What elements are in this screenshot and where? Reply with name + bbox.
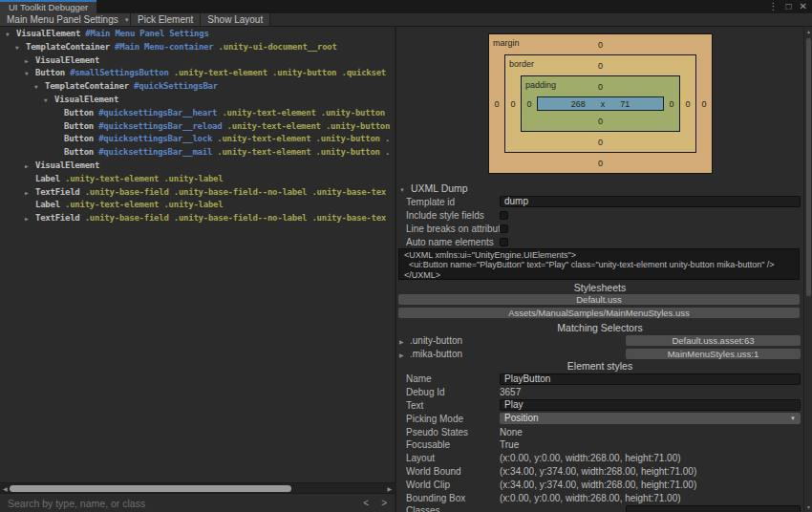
element-type-label: TemplateContainer xyxy=(26,42,110,52)
picking-mode-dropdown[interactable]: Position▼ xyxy=(500,413,801,424)
field-label: Line breaks on attributes xyxy=(406,224,500,234)
style-label: Bounding Box xyxy=(406,493,500,503)
checkbox[interactable] xyxy=(500,238,508,246)
padding-label: padding xyxy=(525,80,556,90)
tree-row[interactable]: ▼TemplateContainer #Main Menu-container … xyxy=(0,41,395,54)
foldout-open-icon[interactable]: ▼ xyxy=(399,187,411,193)
selector-name: .mika-button xyxy=(410,349,462,359)
checkbox[interactable] xyxy=(500,211,508,220)
search-nav: < > xyxy=(363,494,387,512)
matching-selector-row: ▶.unity-buttonDefault.uss.asset:63 xyxy=(396,334,803,348)
show-layout-button[interactable]: Show Layout xyxy=(201,13,270,26)
foldout-open-icon[interactable]: ▼ xyxy=(44,94,54,107)
tree-row[interactable]: ▶VisualElement xyxy=(0,54,395,68)
element-type-label: VisualElement xyxy=(35,160,99,170)
stylesheet-button[interactable]: Default.uss xyxy=(398,294,800,305)
uxml-field-row: Template iddump xyxy=(396,195,801,208)
tree-row[interactable]: ▼VisualElement #Main Menu Panel Settings xyxy=(0,28,395,41)
scrollbar-thumb[interactable] xyxy=(806,38,811,296)
text-input[interactable]: Play xyxy=(500,399,801,411)
panel-picker-dropdown[interactable]: Main Menu Panel Settings ▼ xyxy=(0,13,131,26)
stylesheet-button[interactable]: Assets/ManualSamples/MainMenuStyles.uss xyxy=(398,308,800,318)
border-label: border xyxy=(509,59,534,69)
matching-selector-row: ▶.mika-buttonMainMenuStyles.uss:1 xyxy=(396,348,803,361)
hierarchy-panel: ▼VisualElement #Main Menu Panel Settings… xyxy=(0,27,395,512)
margin-label: margin xyxy=(493,38,520,48)
tree-row[interactable]: ▶TextField .unity-base-field .unity-base… xyxy=(0,186,395,200)
tree-row[interactable]: Button #quicksettingsBar__heart .unity-t… xyxy=(0,107,395,120)
element-style-row: World Bound(x:34.00, y:374.00, width:268… xyxy=(396,465,801,479)
element-type-label: Button xyxy=(64,108,94,117)
border-top-value: 0 xyxy=(598,61,603,71)
tree-row[interactable]: Label .unity-text-element .unity-label xyxy=(0,199,395,212)
foldout-closed-icon[interactable]: ▶ xyxy=(25,212,35,225)
foldout-open-icon[interactable]: ▼ xyxy=(25,67,35,80)
search-prev-button[interactable]: < xyxy=(363,498,369,508)
foldout-closed-icon[interactable]: ▶ xyxy=(399,352,404,358)
style-label: Text xyxy=(406,400,500,411)
style-label: Debug Id xyxy=(406,387,500,397)
titlebar: UI Toolkit Debugger ⋮ □ ✕ xyxy=(0,0,812,13)
foldout-open-icon[interactable]: ▼ xyxy=(15,41,26,54)
element-style-row: Picking ModePosition▼ xyxy=(396,412,801,425)
margin-bottom-value: 0 xyxy=(598,159,603,168)
style-value: (x:0.00, y:0.00, width:268.00, height:71… xyxy=(500,493,681,503)
scroll-up-icon[interactable]: ▲ xyxy=(804,29,812,34)
foldout-open-icon[interactable]: ▼ xyxy=(34,80,45,94)
tree-row[interactable]: Button #quicksettingsBar__mail .unity-te… xyxy=(0,146,395,160)
uxml-code-box[interactable]: <UXML xmlns:ui="UnityEngine.UIElements">… xyxy=(398,248,800,280)
scroll-down-icon[interactable]: ▼ xyxy=(804,504,812,510)
close-icon[interactable]: ✕ xyxy=(800,0,807,13)
search-input[interactable] xyxy=(0,494,358,512)
foldout-closed-icon[interactable]: ▶ xyxy=(25,160,35,173)
chevron-down-icon: ▼ xyxy=(790,413,796,424)
element-type-label: Label xyxy=(35,174,60,183)
pick-element-button[interactable]: Pick Element xyxy=(131,13,201,26)
template-id-input[interactable]: dump xyxy=(500,196,801,207)
stylesheets-header: Stylesheets xyxy=(396,282,803,293)
foldout-closed-icon[interactable]: ▶ xyxy=(25,54,35,68)
tree-row[interactable]: Label .unity-text-element .unity-label xyxy=(0,173,395,186)
classes-input[interactable] xyxy=(626,505,801,512)
element-name-label: #quickSettingsBar xyxy=(129,81,218,91)
element-name-label: #Main Menu Panel Settings xyxy=(80,29,208,38)
border-bottom-value: 0 xyxy=(598,138,603,147)
text-input[interactable]: PlayButton xyxy=(500,373,801,385)
foldout-closed-icon[interactable]: ▶ xyxy=(399,338,404,345)
style-value: (x:34.00, y:374.00, width:268.00, height… xyxy=(500,480,696,490)
checkbox[interactable] xyxy=(500,224,508,233)
box-model-diagram: margin 0 0 border 0 0 padding 0 xyxy=(488,33,713,174)
tree-row[interactable]: ▼Button #smallSettingsButton .unity-text… xyxy=(0,67,395,80)
field-label: Include style fields xyxy=(406,210,500,221)
element-style-row: TextPlay xyxy=(396,399,801,413)
tree-row[interactable]: ▶VisualElement xyxy=(0,160,395,173)
margin-top-value: 0 xyxy=(598,40,603,50)
scrollbar-thumb[interactable] xyxy=(10,485,291,492)
border-box: border 0 0 padding 0 0 xyxy=(504,54,696,153)
vertical-scrollbar[interactable]: ▲ ▼ xyxy=(803,27,812,512)
tree-row[interactable]: Button #quicksettingsBar__reload .unity-… xyxy=(0,120,395,134)
element-classes-label: .unity-base-field .unity-base-field--no-… xyxy=(80,213,386,223)
window-menu-icon[interactable]: ⋮ xyxy=(769,0,779,13)
maximize-icon[interactable]: □ xyxy=(786,0,792,13)
window-tab[interactable]: UI Toolkit Debugger xyxy=(0,0,96,13)
horizontal-scrollbar[interactable]: ◀ ▶ xyxy=(0,482,395,494)
selector-source-button[interactable]: Default.uss.asset:63 xyxy=(626,335,801,346)
tree-row[interactable]: ▼VisualElement xyxy=(0,94,395,107)
element-styles-list: NamePlayButtonDebug Id3657TextPlayPickin… xyxy=(396,373,801,512)
element-type-label: Button xyxy=(64,134,94,143)
dropdown-value: Position xyxy=(504,413,539,423)
element-style-row: World Clip(x:34.00, y:374.00, width:268.… xyxy=(396,478,801,491)
search-next-button[interactable]: > xyxy=(381,498,387,508)
element-type-label: VisualElement xyxy=(35,55,99,65)
tree-row[interactable]: Button #quicksettingsBar__lock .unity-te… xyxy=(0,133,395,146)
foldout-closed-icon[interactable]: ▶ xyxy=(25,186,35,200)
uxml-dump-foldout[interactable]: ▼UXML Dump xyxy=(399,182,468,194)
foldout-open-icon[interactable]: ▼ xyxy=(6,28,16,41)
tree-row[interactable]: ▶TextField .unity-base-field .unity-base… xyxy=(0,212,395,225)
tree-row[interactable]: ▼TemplateContainer #quickSettingsBar xyxy=(0,80,395,94)
content-height-value: 71 xyxy=(620,99,630,109)
style-label: Focusable xyxy=(406,439,500,450)
padding-bottom-value: 0 xyxy=(598,117,603,126)
selector-source-button[interactable]: MainMenuStyles.uss:1 xyxy=(626,349,801,359)
